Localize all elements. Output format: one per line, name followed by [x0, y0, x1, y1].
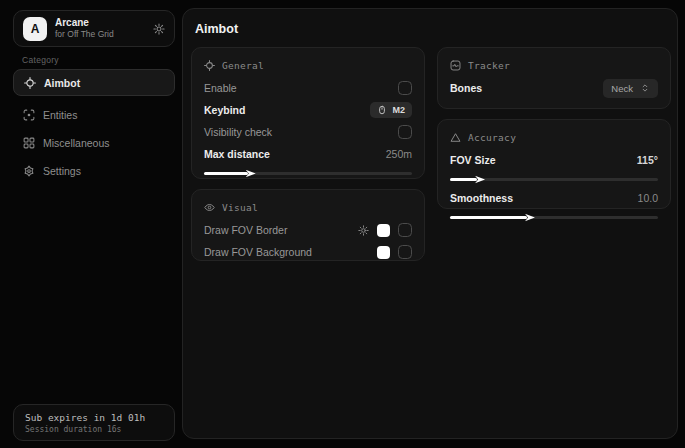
app-window: A Arcane for Off The Grid Category Aimbo: [0, 0, 685, 448]
visibility-check-checkbox[interactable]: [398, 125, 412, 139]
enable-row: Enable: [204, 77, 412, 99]
bones-value: Neck: [611, 83, 633, 94]
visibility-check-label: Visibility check: [204, 126, 272, 138]
fov-size-label: FOV Size: [450, 154, 496, 166]
sidebar-item-label: Entities: [43, 109, 77, 121]
fov-background-color-swatch[interactable]: [377, 246, 390, 259]
fov-size-slider[interactable]: [450, 178, 658, 181]
sidebar-item-miscellaneous[interactable]: Miscellaneous: [13, 129, 175, 156]
scan-target-icon: [23, 109, 35, 121]
max-distance-label: Max distance: [204, 148, 270, 160]
sidebar-item-entities[interactable]: Entities: [13, 101, 175, 128]
enable-label: Enable: [204, 82, 237, 94]
fov-size-slider-fill: [450, 178, 477, 181]
sidebar-item-label: Miscellaneous: [43, 137, 110, 149]
sidebar-item-settings[interactable]: Settings: [13, 157, 175, 184]
subscription-info: Sub expires in 1d 01h Session duration 1…: [13, 404, 175, 441]
bones-row: Bones Neck: [450, 77, 658, 99]
tracker-icon: [450, 60, 461, 71]
visual-panel-header: Visual: [204, 199, 412, 215]
sort-arrows-icon: [640, 83, 650, 93]
tracker-panel: Tracker Bones Neck: [437, 47, 671, 109]
keybind-value: M2: [392, 105, 405, 115]
accuracy-panel: Accuracy FOV Size 115° Smoothness 10.0: [437, 119, 671, 209]
enable-checkbox[interactable]: [398, 81, 412, 95]
smoothness-value: 10.0: [638, 192, 658, 204]
visual-panel-title: Visual: [222, 202, 258, 213]
fov-size-value: 115°: [637, 154, 658, 166]
sidebar-item-aimbot[interactable]: Aimbot: [13, 69, 175, 96]
app-subtitle: for Off The Grid: [55, 29, 145, 40]
fov-size-row: FOV Size 115°: [450, 149, 658, 171]
smoothness-slider[interactable]: [450, 216, 658, 219]
session-duration-text: Session duration 16s: [25, 425, 163, 434]
tracker-panel-header: Tracker: [450, 57, 658, 73]
main-panel: Aimbot General Enable Keybind: [182, 8, 678, 439]
eye-icon: [204, 202, 215, 213]
app-name: Arcane: [55, 17, 145, 30]
sidebar-item-label: Settings: [43, 165, 81, 177]
max-distance-row: Max distance 250m: [204, 143, 412, 165]
settings-icon: [23, 165, 35, 177]
fov-background-checkbox[interactable]: [398, 245, 412, 259]
bones-select[interactable]: Neck: [603, 79, 658, 98]
max-distance-slider-thumb[interactable]: [246, 169, 256, 178]
general-panel: General Enable Keybind M2 Visib: [191, 47, 425, 179]
tracker-panel-title: Tracker: [468, 60, 510, 71]
gear-icon[interactable]: [153, 23, 165, 35]
gear-icon[interactable]: [358, 225, 369, 236]
visual-panel: Visual Draw FOV Border Draw FOV Back: [191, 189, 425, 261]
sidebar-item-label: Aimbot: [44, 77, 80, 89]
smoothness-slider-thumb[interactable]: [525, 213, 535, 222]
keybind-row: Keybind M2: [204, 99, 412, 121]
category-label: Category: [22, 55, 59, 65]
fov-size-slider-thumb[interactable]: [475, 175, 485, 184]
sub-expires-text: Sub expires in 1d 01h: [25, 412, 163, 423]
keybind-label: Keybind: [204, 104, 245, 116]
general-panel-title: General: [222, 60, 264, 71]
fov-border-color-swatch[interactable]: [377, 224, 390, 237]
grid-icon: [23, 137, 35, 149]
fov-border-checkbox[interactable]: [398, 223, 412, 237]
smoothness-label: Smoothness: [450, 192, 513, 204]
triangle-icon: [450, 132, 461, 143]
crosshair-icon: [24, 77, 36, 89]
visibility-check-row: Visibility check: [204, 121, 412, 143]
smoothness-row: Smoothness 10.0: [450, 187, 658, 209]
app-logo-card: A Arcane for Off The Grid: [13, 10, 175, 47]
app-logo: A: [23, 17, 47, 41]
keybind-button[interactable]: M2: [370, 102, 412, 118]
app-identity: Arcane for Off The Grid: [55, 17, 145, 40]
fov-border-row: Draw FOV Border: [204, 219, 412, 241]
sidebar: A Arcane for Off The Grid Category Aimbo: [8, 0, 178, 448]
smoothness-slider-fill: [450, 216, 527, 219]
fov-background-label: Draw FOV Background: [204, 246, 312, 258]
page-title: Aimbot: [195, 22, 238, 36]
max-distance-slider-fill: [204, 172, 248, 175]
max-distance-slider[interactable]: [204, 172, 412, 175]
mouse-icon: [377, 105, 387, 115]
max-distance-value: 250m: [386, 148, 412, 160]
fov-background-row: Draw FOV Background: [204, 241, 412, 263]
crosshair-icon: [204, 60, 215, 71]
general-panel-header: General: [204, 57, 412, 73]
fov-border-label: Draw FOV Border: [204, 224, 287, 236]
bones-label: Bones: [450, 82, 482, 94]
accuracy-panel-header: Accuracy: [450, 129, 658, 145]
accuracy-panel-title: Accuracy: [468, 132, 516, 143]
